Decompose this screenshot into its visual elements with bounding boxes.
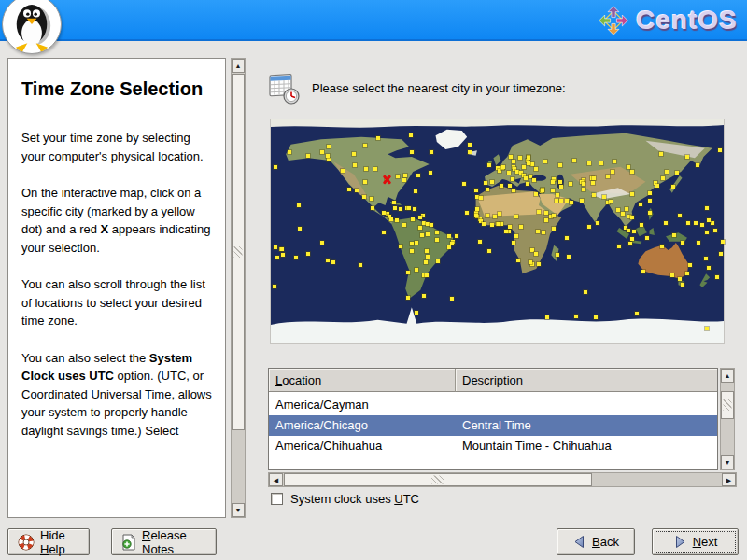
city-dot[interactable] (700, 223, 704, 227)
city-dot[interactable] (512, 160, 515, 163)
city-dot[interactable] (487, 249, 491, 253)
city-dot[interactable] (410, 150, 414, 154)
city-dot[interactable] (686, 221, 690, 225)
city-dot[interactable] (556, 253, 559, 257)
table-vscrollbar-thumb[interactable] (721, 391, 734, 419)
city-dot[interactable] (580, 199, 584, 203)
city-dot[interactable] (559, 185, 563, 189)
city-dot[interactable] (474, 189, 478, 192)
city-dot[interactable] (352, 152, 356, 156)
scroll-up-icon[interactable]: ▲ (721, 369, 734, 383)
city-dot[interactable] (511, 177, 514, 181)
city-dot[interactable] (572, 159, 576, 162)
city-dot[interactable] (497, 222, 500, 226)
city-dot[interactable] (376, 136, 380, 140)
city-dot[interactable] (537, 210, 541, 214)
city-dot[interactable] (371, 206, 374, 210)
city-dot[interactable] (707, 266, 711, 270)
city-dot[interactable] (406, 296, 410, 300)
scroll-down-icon[interactable]: ▼ (232, 503, 245, 517)
utc-checkbox-label[interactable]: System clock uses UTC (290, 492, 419, 506)
city-dot[interactable] (704, 257, 708, 260)
city-dot[interactable] (273, 285, 276, 288)
city-dot[interactable] (392, 201, 396, 204)
cell-location[interactable]: America/Chihuahua (269, 436, 456, 456)
city-dot[interactable] (655, 184, 659, 188)
city-dot[interactable] (530, 162, 534, 166)
city-dot[interactable] (425, 249, 429, 253)
city-dot[interactable] (493, 215, 497, 218)
city-dot[interactable] (705, 327, 709, 330)
city-dot[interactable] (541, 189, 544, 192)
city-dot[interactable] (559, 199, 563, 203)
city-dot[interactable] (326, 154, 330, 158)
city-dot[interactable] (696, 163, 699, 167)
city-dot[interactable] (482, 222, 486, 226)
city-dot[interactable] (514, 234, 518, 238)
city-dot[interactable] (648, 211, 652, 215)
city-dot[interactable] (415, 241, 418, 245)
city-dot[interactable] (487, 163, 491, 167)
city-dot[interactable] (389, 217, 393, 221)
city-dot[interactable] (671, 185, 675, 189)
city-dot[interactable] (630, 237, 634, 241)
city-dot[interactable] (527, 161, 530, 165)
city-dot[interactable] (478, 240, 482, 244)
city-dot[interactable] (678, 277, 682, 281)
city-dot[interactable] (281, 253, 285, 257)
city-dot[interactable] (468, 150, 472, 154)
cell-description[interactable] (456, 395, 717, 415)
city-dot[interactable] (532, 178, 536, 182)
city-dot[interactable] (462, 182, 466, 186)
city-dot[interactable] (639, 203, 642, 206)
city-dot[interactable] (565, 236, 569, 240)
city-dot[interactable] (665, 170, 669, 174)
city-dot[interactable] (347, 188, 351, 191)
city-dot[interactable] (537, 262, 541, 266)
city-dot[interactable] (402, 178, 406, 182)
city-dot[interactable] (447, 245, 451, 249)
city-dot[interactable] (402, 223, 406, 227)
help-scrollbar[interactable]: ▲ ▼ (231, 58, 246, 518)
table-row[interactable]: America/Cayman (269, 395, 717, 415)
city-dot[interactable] (660, 245, 664, 248)
city-dot[interactable] (450, 297, 454, 301)
city-dot[interactable] (475, 207, 479, 211)
city-dot[interactable] (558, 163, 562, 167)
city-dot[interactable] (406, 271, 410, 274)
city-dot[interactable] (399, 207, 402, 211)
next-button[interactable]: Next (652, 528, 739, 555)
city-dot[interactable] (407, 206, 411, 210)
city-dot[interactable] (418, 216, 422, 219)
city-dot[interactable] (320, 150, 324, 154)
city-dot[interactable] (393, 206, 397, 210)
city-dot[interactable] (280, 247, 284, 251)
city-dot[interactable] (628, 242, 632, 245)
city-dot[interactable] (681, 283, 684, 287)
city-dot[interactable] (632, 230, 636, 233)
release-notes-button[interactable]: Release Notes (111, 528, 217, 555)
city-dot[interactable] (534, 192, 538, 196)
city-dot[interactable] (542, 231, 545, 234)
city-dot[interactable] (582, 188, 585, 191)
city-dot[interactable] (512, 189, 515, 192)
city-dot[interactable] (555, 199, 558, 203)
city-dot[interactable] (514, 215, 518, 218)
city-dot[interactable] (611, 170, 614, 174)
city-dot[interactable] (569, 182, 572, 186)
table-row[interactable]: America/ChihuahuaMountain Time - Chihuah… (269, 436, 717, 456)
city-dot[interactable] (526, 182, 529, 186)
city-dot[interactable] (288, 150, 291, 154)
city-dot[interactable] (681, 241, 684, 245)
city-dot[interactable] (645, 236, 649, 240)
city-dot[interactable] (565, 199, 569, 203)
city-dot[interactable] (274, 245, 277, 249)
city-dot[interactable] (355, 189, 359, 192)
city-dot[interactable] (382, 231, 386, 234)
city-dot[interactable] (594, 315, 598, 319)
city-dot[interactable] (508, 184, 512, 188)
city-dot[interactable] (529, 260, 532, 264)
city-dot[interactable] (507, 171, 511, 175)
city-dot[interactable] (613, 160, 616, 163)
city-dot[interactable] (534, 252, 538, 256)
